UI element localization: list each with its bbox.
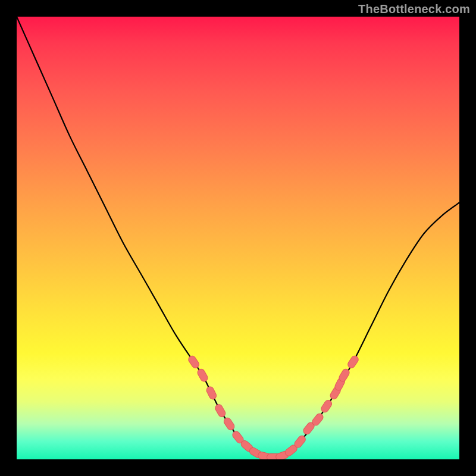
bottleneck-curve-path [17, 17, 459, 457]
watermark-text: TheBottleneck.com [358, 2, 470, 16]
svg-rect-15 [320, 399, 333, 414]
curve-markers [187, 355, 360, 459]
svg-rect-3 [214, 403, 227, 418]
curve-marker [346, 355, 359, 369]
svg-rect-2 [205, 386, 218, 400]
plot-area [17, 17, 459, 459]
curve-marker [187, 355, 201, 369]
svg-rect-4 [223, 416, 236, 431]
svg-rect-19 [346, 355, 359, 369]
curve-marker [223, 416, 236, 431]
curve-layer [17, 17, 459, 459]
svg-rect-1 [196, 368, 209, 383]
curve-marker [214, 403, 227, 418]
curve-marker [205, 386, 218, 400]
svg-rect-0 [187, 355, 201, 369]
curve-marker [320, 399, 333, 414]
chart-frame: TheBottleneck.com [0, 0, 476, 476]
curve-marker [196, 368, 209, 383]
